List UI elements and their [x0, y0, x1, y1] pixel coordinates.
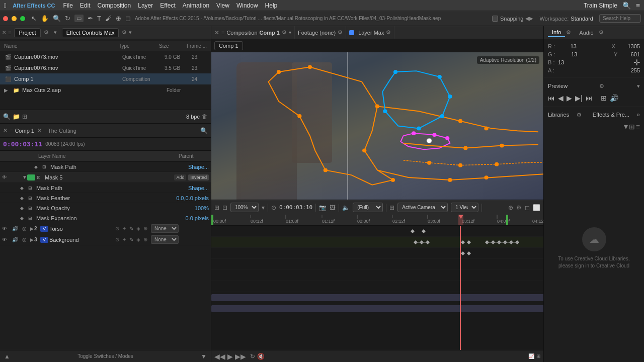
- brush-tool-icon[interactable]: 🖌: [105, 15, 112, 22]
- mask-feather-value[interactable]: 0.0,0.0 pixels: [176, 195, 209, 201]
- work-area-start[interactable]: [211, 215, 213, 226]
- magenta-point-2[interactable]: [432, 133, 436, 137]
- folder-expand-icon[interactable]: ▶: [4, 87, 10, 93]
- torso-audio-icon[interactable]: 🔊: [12, 226, 22, 231]
- transparency-icon[interactable]: ⬜: [533, 204, 540, 211]
- layer-gear-icon[interactable]: ⚙: [386, 29, 391, 36]
- rect-tool-icon[interactable]: ▭: [74, 15, 84, 22]
- info-gear-icon[interactable]: ⚙: [566, 29, 571, 36]
- comp-region-icon[interactable]: ⊞: [389, 204, 394, 211]
- menu-file[interactable]: File: [63, 2, 72, 9]
- cyan-point-4[interactable]: [440, 114, 444, 118]
- menu-animation[interactable]: Animation: [183, 2, 209, 9]
- mask-expansion-value[interactable]: 0.0 pixels: [186, 215, 209, 221]
- fullscreen-window-btn[interactable]: [20, 16, 25, 21]
- preview-last-frame-btn[interactable]: ⏭: [586, 94, 593, 102]
- effect-controls-gear-icon[interactable]: ⚙: [122, 29, 127, 36]
- search-icon[interactable]: 🔍: [622, 2, 631, 10]
- bg-switch-2[interactable]: ✦: [121, 237, 128, 242]
- mask-path-stopwatch[interactable]: ◆: [20, 186, 28, 191]
- orange-lower-2[interactable]: [458, 163, 462, 167]
- cyan-point-6[interactable]: [383, 109, 387, 113]
- bg-audio-icon[interactable]: 🔊: [12, 237, 22, 242]
- libraries-expand-icon[interactable]: »: [636, 111, 640, 118]
- search-help-input[interactable]: Search Help: [599, 14, 641, 23]
- audio-tab[interactable]: Audio: [575, 29, 597, 37]
- tl-prev-keyframe[interactable]: ◀◀: [214, 352, 225, 360]
- cyan-point-3[interactable]: [448, 95, 452, 99]
- mask5-visibility[interactable]: 👁: [2, 174, 12, 180]
- orange-point-right-1[interactable]: [458, 119, 462, 123]
- menu-window[interactable]: Window: [236, 2, 258, 9]
- orange-point-right-2[interactable]: [484, 126, 488, 130]
- orange-point-bottom-1[interactable]: [448, 178, 452, 182]
- torso-switch-2[interactable]: ✦: [121, 226, 128, 231]
- menu-edit[interactable]: Edit: [80, 2, 91, 9]
- mask-expansion-row[interactable]: ◆ ⊞ Mask Expansion 0.0 pixels: [0, 213, 211, 223]
- magenta-point-1[interactable]: [412, 131, 416, 135]
- snapshot-icon[interactable]: 📷: [319, 204, 327, 211]
- rotate-tool-icon[interactable]: ↻: [65, 15, 70, 22]
- bg-expand[interactable]: ▶: [30, 237, 34, 242]
- show-snapshot-icon[interactable]: 🖼: [330, 204, 336, 211]
- audio-gear-icon[interactable]: ⚙: [599, 29, 604, 36]
- reset-exposure-icon[interactable]: ◻: [525, 204, 530, 211]
- footage-gear-icon[interactable]: ⚙: [338, 29, 343, 36]
- comp1-viewer-tab[interactable]: Comp 1: [214, 41, 243, 50]
- work-area-end[interactable]: [506, 215, 508, 226]
- mask-path-row-above[interactable]: ◆ ⊞ Mask Path Shape...: [0, 162, 211, 172]
- tl-play-btn[interactable]: ▶: [227, 352, 233, 360]
- orange-point-5[interactable]: [391, 178, 395, 182]
- selected-point[interactable]: [427, 138, 432, 143]
- render-frame-icon[interactable]: ⊕: [508, 204, 513, 211]
- background-layer-row[interactable]: 👁 🔊 ◎ ▶ 3 V Background ⊙ ✦ ✎ ◈ ⊕ None: [0, 234, 211, 245]
- mask-path-row-mask5[interactable]: ◆ ⊞ Mask Path Shape...: [0, 183, 211, 193]
- cyan-point-2[interactable]: [438, 75, 442, 79]
- preview-next-frame-btn[interactable]: ▶|: [575, 94, 583, 102]
- orange-mid-2[interactable]: [500, 144, 504, 148]
- comp-settings-icon[interactable]: ⚙: [516, 204, 522, 211]
- project-search-icon[interactable]: 🔍: [3, 113, 11, 120]
- toggle-down-arrow[interactable]: ▼: [201, 353, 207, 360]
- comp-gear-icon[interactable]: ⚙: [282, 29, 287, 36]
- orange-point-1[interactable]: [277, 70, 281, 74]
- orange-point-7[interactable]: [297, 114, 301, 118]
- torso-pencil-icon[interactable]: ✎: [128, 226, 135, 231]
- libraries-gear-icon[interactable]: ⚙: [577, 112, 582, 118]
- mask-opacity-value[interactable]: 100%: [195, 205, 209, 211]
- orange-lower-3[interactable]: [495, 162, 499, 166]
- comp1-tab-label[interactable]: Comp 1: [15, 128, 34, 134]
- preview-play-btn[interactable]: ▶: [567, 94, 572, 102]
- timeline-search-icon[interactable]: 🔍: [200, 127, 208, 134]
- trash-icon[interactable]: 🗑: [202, 113, 208, 120]
- tl-expand-icon[interactable]: ⊞: [536, 353, 540, 359]
- pen-tool-icon[interactable]: ✒: [88, 15, 93, 22]
- orange-point-6[interactable]: [324, 168, 328, 172]
- torso-layer-row[interactable]: 👁 🔊 ◎ ▶ 2 V Torso ⊙ ✦ ✎ ◈ ⊕ None: [0, 223, 211, 234]
- mask-feather-stopwatch[interactable]: ◆: [20, 196, 28, 201]
- mask-feather-row[interactable]: ◆ ⊞ Mask Feather 0.0,0.0 pixels: [0, 193, 211, 203]
- menu-layer[interactable]: Layer: [138, 2, 153, 9]
- project-item-comp1[interactable]: ⬛ Comp 1 Composition 24: [0, 73, 211, 84]
- snap-checkbox[interactable]: [492, 16, 498, 22]
- new-comp-icon[interactable]: ⊞: [22, 113, 27, 120]
- project-item-capture76[interactable]: 🎬 Capture0076.mov QuickTime 3.5 GB 23.: [0, 62, 211, 73]
- mask-opacity-row[interactable]: ◆ ⊞ Mask Opacity 100%: [0, 203, 211, 213]
- project-panel-arrow[interactable]: ▾: [54, 29, 57, 36]
- playback-region-icon[interactable]: ⊙: [271, 204, 276, 211]
- menu-composition[interactable]: Composition: [98, 2, 131, 9]
- torso-switch-1[interactable]: ⊙: [114, 226, 121, 231]
- current-time-display[interactable]: 0:00:03:10: [279, 204, 312, 211]
- preview-first-frame-btn[interactable]: ⏮: [548, 94, 555, 102]
- timeline-close-icon[interactable]: ✕: [3, 127, 8, 134]
- close-window-btn[interactable]: [3, 16, 8, 21]
- info-tab[interactable]: Info: [548, 28, 565, 37]
- zoom-dropdown-icon[interactable]: ▾: [262, 204, 265, 211]
- orange-mid-1[interactable]: [463, 146, 467, 150]
- project-gear-icon[interactable]: ⚙: [44, 29, 49, 36]
- comp-panel-close[interactable]: ✕: [214, 29, 219, 36]
- clone-tool-icon[interactable]: ⊕: [116, 15, 121, 22]
- comp-panel-menu[interactable]: ≡: [221, 30, 224, 36]
- quality-select[interactable]: (Full): [353, 203, 383, 212]
- mask5-mode-badge[interactable]: Add: [174, 174, 186, 180]
